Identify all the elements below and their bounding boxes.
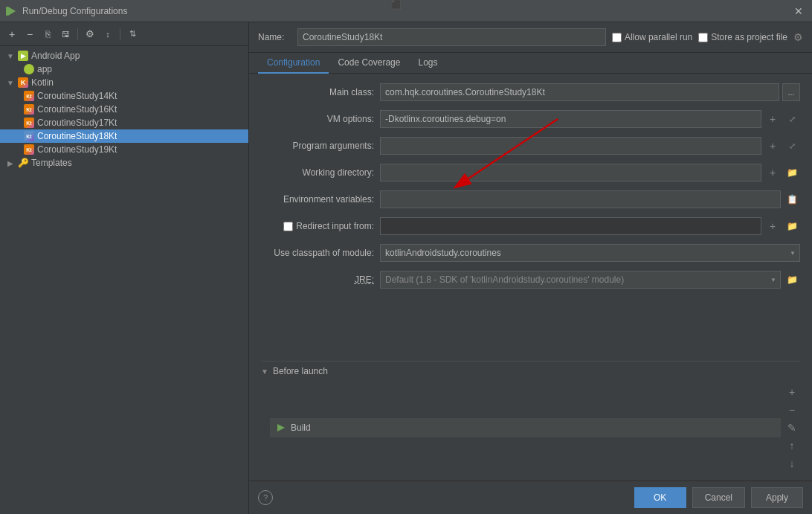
env-vars-browse-button[interactable]: 📋 <box>784 191 800 208</box>
classpath-select-wrapper: kotlinAndroidstudy.coroutines <box>380 244 800 262</box>
before-launch-header[interactable]: ▼ Before launch <box>261 361 800 381</box>
working-dir-browse-button[interactable]: 📁 <box>784 164 800 181</box>
tree-item-kotlin[interactable]: ▼ K Kotlin <box>0 76 248 89</box>
ok-button[interactable]: OK <box>634 487 686 508</box>
redirect-browse-button[interactable]: 📁 <box>784 218 800 234</box>
tree-item-coroutine18[interactable]: Kt CoroutineStudy18Kt <box>0 129 248 143</box>
vm-options-input[interactable] <box>380 110 761 128</box>
help-container: ? <box>258 490 273 505</box>
jre-browse-button[interactable]: 📁 <box>784 272 800 288</box>
program-args-input[interactable] <box>380 137 761 155</box>
kt19-icon: Kt <box>24 144 34 155</box>
jre-input-container: Default (1.8 - SDK of 'kotlinAndroidstud… <box>380 271 800 289</box>
classpath-row: Use classpath of module: kotlinAndroidst… <box>261 243 800 263</box>
store-as-project-checkbox[interactable] <box>698 33 708 42</box>
vm-options-label: VM options: <box>261 114 380 124</box>
expand-android-arrow: ▼ <box>6 51 15 60</box>
vm-options-fullscreen-button[interactable]: ⤢ <box>784 111 800 127</box>
tree-item-templates[interactable]: ▶ 🔑 Templates <box>0 156 248 170</box>
launch-add-button[interactable]: + <box>784 384 800 400</box>
main-class-label: Main class: <box>261 87 380 97</box>
settings-button[interactable]: ⚙ <box>83 27 97 42</box>
tree-item-coroutine16[interactable]: Kt CoroutineStudy16Kt <box>0 103 248 116</box>
window-title: Run/Debug Configurations <box>22 6 127 16</box>
cancel-button[interactable]: Cancel <box>692 487 745 508</box>
tree-item-coroutine17[interactable]: Kt CoroutineStudy17Kt <box>0 116 248 129</box>
android-app-label: Android App <box>31 51 80 61</box>
run-debug-icon <box>6 5 18 17</box>
launch-side-buttons: + − ✎ ↑ ↓ <box>784 384 800 472</box>
main-class-row: Main class: ... <box>261 83 800 102</box>
redirect-checkbox[interactable] <box>283 222 293 231</box>
copy-config-button[interactable]: ⎘ <box>40 27 55 42</box>
kt16-icon: Kt <box>24 104 34 115</box>
svg-marker-0 <box>8 7 16 16</box>
close-button[interactable]: ✕ <box>791 5 806 17</box>
classpath-select[interactable]: kotlinAndroidstudy.coroutines <box>380 244 800 262</box>
before-launch-arrow: ▼ <box>261 367 268 376</box>
build-icon <box>276 423 286 433</box>
templates-icon: 🔑 <box>18 158 28 168</box>
expand-all-button[interactable]: ↕ <box>100 27 115 42</box>
launch-edit-button[interactable]: ✎ <box>784 420 800 436</box>
android-icon: ▶ <box>18 51 28 61</box>
redirect-input[interactable] <box>380 217 761 235</box>
name-input[interactable] <box>297 28 606 46</box>
remove-config-button[interactable]: − <box>22 27 37 42</box>
tab-configuration[interactable]: Configuration <box>258 53 329 74</box>
store-as-project-label[interactable]: Store as project file <box>698 32 787 42</box>
add-config-button[interactable]: + <box>4 27 19 42</box>
tree-item-app[interactable]: app <box>0 62 248 76</box>
coroutine14-label: CoroutineStudy14Kt <box>37 91 117 101</box>
env-vars-input[interactable] <box>380 190 781 208</box>
panel-gear-button[interactable]: ⚙ <box>793 31 803 43</box>
program-args-input-container: + ⤢ <box>380 137 800 155</box>
before-launch-title: Before launch <box>273 366 328 376</box>
right-panel: Name: Allow parallel run Store as projec… <box>249 22 812 514</box>
program-args-row: Program arguments: + ⤢ <box>261 136 800 155</box>
help-button[interactable]: ? <box>258 490 273 505</box>
allow-parallel-label[interactable]: Allow parallel run <box>612 32 692 42</box>
svg-rect-1 <box>6 7 8 16</box>
title-bar: Run/Debug Configurations ✕ <box>0 0 812 22</box>
coroutine19-label: CoroutineStudy19Kt <box>37 144 117 155</box>
env-vars-label: Environment variables: <box>261 194 380 205</box>
coroutine17-label: CoroutineStudy17Kt <box>37 118 117 128</box>
redirect-checkbox-label[interactable]: Redirect input from: <box>283 221 374 231</box>
toolbar-divider <box>77 28 78 40</box>
move-button[interactable]: ⇅ <box>125 27 140 42</box>
tree-item-coroutine14[interactable]: Kt CoroutineStudy14Kt <box>0 89 248 103</box>
tab-logs[interactable]: Logs <box>409 53 446 74</box>
tab-code-coverage[interactable]: Code Coverage <box>329 53 409 74</box>
main-class-browse-button[interactable]: ... <box>782 83 800 101</box>
redirect-add-button[interactable]: + <box>764 218 781 234</box>
toolbar-divider-2 <box>120 28 120 40</box>
classpath-label: Use classpath of module: <box>261 248 380 258</box>
vm-options-expand-button[interactable]: + <box>764 111 781 127</box>
launch-down-button[interactable]: ↓ <box>784 455 800 472</box>
main-class-input[interactable] <box>380 83 779 101</box>
allow-parallel-checkbox[interactable] <box>612 33 622 42</box>
redirect-input-container: + 📁 <box>380 217 800 235</box>
tree-item-android-app[interactable]: ▼ ▶ Android App <box>0 49 248 62</box>
kt17-icon: Kt <box>24 118 34 128</box>
kt14-icon: Kt <box>24 91 34 101</box>
save-config-button[interactable]: 🖫 <box>58 27 73 42</box>
env-vars-input-container: 📋 <box>380 190 800 208</box>
svg-marker-2 <box>277 424 285 431</box>
kotlin-icon: K <box>18 77 28 88</box>
jre-label: JRE: <box>261 274 380 285</box>
working-dir-input[interactable] <box>380 164 761 181</box>
launch-remove-button[interactable]: − <box>784 402 800 418</box>
jre-select[interactable]: Default (1.8 - SDK of 'kotlinAndroidstud… <box>380 271 781 289</box>
program-args-add-button[interactable]: + <box>764 138 781 154</box>
env-vars-row: Environment variables: 📋 <box>261 190 800 209</box>
working-dir-add-button[interactable]: + <box>764 164 781 181</box>
tree-item-coroutine19[interactable]: Kt CoroutineStudy19Kt <box>0 143 248 156</box>
name-label: Name: <box>258 32 291 42</box>
launch-up-button[interactable]: ↑ <box>784 437 800 454</box>
working-dir-row: Working directory: + 📁 <box>261 163 800 182</box>
program-args-expand-button[interactable]: ⤢ <box>784 138 800 154</box>
apply-button[interactable]: Apply <box>751 487 803 508</box>
tree-container[interactable]: ▼ ▶ Android App app ▼ K Kotlin Kt Corout… <box>0 46 248 514</box>
